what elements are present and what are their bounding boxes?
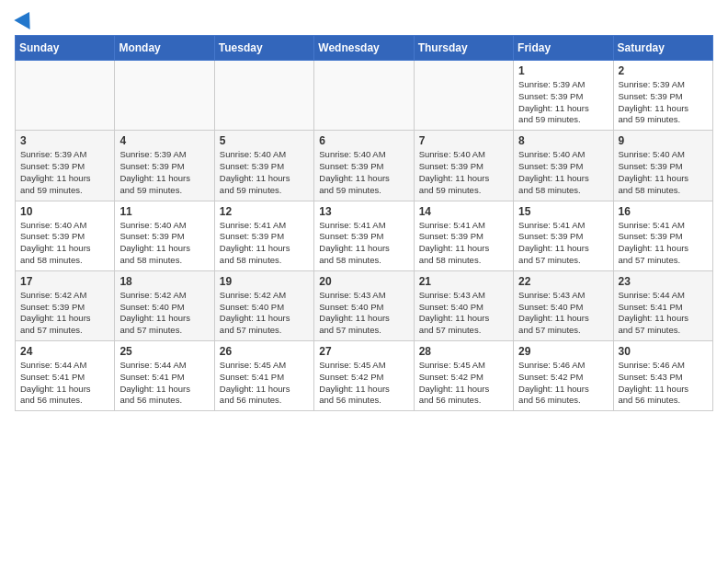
day-number: 21 [419, 275, 508, 288]
day-info: Sunrise: 5:42 AM Sunset: 5:40 PM Dayligh… [220, 290, 309, 337]
day-info: Sunrise: 5:44 AM Sunset: 5:41 PM Dayligh… [619, 290, 708, 337]
weekday-header-friday: Friday [514, 36, 613, 61]
calendar-cell [414, 61, 513, 131]
calendar-cell: 27Sunrise: 5:45 AM Sunset: 5:42 PM Dayli… [314, 341, 414, 411]
calendar-cell: 13Sunrise: 5:41 AM Sunset: 5:39 PM Dayli… [314, 201, 414, 270]
day-info: Sunrise: 5:41 AM Sunset: 5:39 PM Dayligh… [319, 220, 408, 267]
weekday-header-monday: Monday [115, 36, 214, 61]
calendar-cell: 2Sunrise: 5:39 AM Sunset: 5:39 PM Daylig… [613, 61, 712, 131]
day-number: 14 [419, 205, 508, 218]
day-info: Sunrise: 5:46 AM Sunset: 5:43 PM Dayligh… [619, 360, 708, 407]
calendar-week-row: 10Sunrise: 5:40 AM Sunset: 5:39 PM Dayli… [16, 201, 713, 270]
calendar-cell: 20Sunrise: 5:43 AM Sunset: 5:40 PM Dayli… [314, 270, 414, 340]
day-info: Sunrise: 5:41 AM Sunset: 5:39 PM Dayligh… [619, 220, 708, 267]
logo [15, 15, 35, 24]
calendar-cell: 30Sunrise: 5:46 AM Sunset: 5:43 PM Dayli… [613, 341, 712, 411]
calendar-cell: 26Sunrise: 5:45 AM Sunset: 5:41 PM Dayli… [214, 341, 313, 411]
calendar-cell: 9Sunrise: 5:40 AM Sunset: 5:39 PM Daylig… [613, 131, 712, 201]
calendar-cell: 16Sunrise: 5:41 AM Sunset: 5:39 PM Dayli… [613, 201, 712, 270]
day-info: Sunrise: 5:45 AM Sunset: 5:42 PM Dayligh… [319, 360, 408, 407]
calendar-cell [115, 61, 214, 131]
calendar-cell: 15Sunrise: 5:41 AM Sunset: 5:39 PM Dayli… [514, 201, 613, 270]
day-number: 30 [619, 345, 708, 358]
calendar-week-row: 24Sunrise: 5:44 AM Sunset: 5:41 PM Dayli… [16, 341, 713, 411]
day-number: 27 [319, 345, 408, 358]
day-info: Sunrise: 5:42 AM Sunset: 5:40 PM Dayligh… [119, 290, 209, 337]
day-number: 3 [20, 134, 109, 147]
day-number: 17 [20, 275, 109, 288]
calendar-cell: 4Sunrise: 5:39 AM Sunset: 5:39 PM Daylig… [115, 131, 214, 201]
day-info: Sunrise: 5:40 AM Sunset: 5:39 PM Dayligh… [319, 149, 408, 196]
calendar-cell: 1Sunrise: 5:39 AM Sunset: 5:39 PM Daylig… [514, 61, 613, 131]
calendar-cell: 28Sunrise: 5:45 AM Sunset: 5:42 PM Dayli… [414, 341, 513, 411]
calendar-table: SundayMondayTuesdayWednesdayThursdayFrid… [15, 35, 713, 411]
calendar-header-row: SundayMondayTuesdayWednesdayThursdayFrid… [16, 36, 713, 61]
calendar-cell: 5Sunrise: 5:40 AM Sunset: 5:39 PM Daylig… [214, 131, 313, 201]
calendar-cell: 8Sunrise: 5:40 AM Sunset: 5:39 PM Daylig… [514, 131, 613, 201]
day-number: 10 [20, 205, 109, 218]
day-number: 29 [518, 345, 608, 358]
day-info: Sunrise: 5:44 AM Sunset: 5:41 PM Dayligh… [119, 360, 209, 407]
day-info: Sunrise: 5:41 AM Sunset: 5:39 PM Dayligh… [419, 220, 508, 267]
day-number: 25 [119, 345, 209, 358]
calendar-cell: 6Sunrise: 5:40 AM Sunset: 5:39 PM Daylig… [314, 131, 414, 201]
day-info: Sunrise: 5:40 AM Sunset: 5:39 PM Dayligh… [220, 149, 309, 196]
day-info: Sunrise: 5:45 AM Sunset: 5:41 PM Dayligh… [220, 360, 309, 407]
weekday-header-wednesday: Wednesday [314, 36, 414, 61]
day-number: 28 [419, 345, 508, 358]
day-info: Sunrise: 5:41 AM Sunset: 5:39 PM Dayligh… [518, 220, 608, 267]
weekday-header-saturday: Saturday [613, 36, 712, 61]
calendar-cell: 12Sunrise: 5:41 AM Sunset: 5:39 PM Dayli… [214, 201, 313, 270]
calendar-cell: 17Sunrise: 5:42 AM Sunset: 5:39 PM Dayli… [16, 270, 115, 340]
logo-icon [14, 7, 37, 29]
calendar-cell [314, 61, 414, 131]
day-info: Sunrise: 5:45 AM Sunset: 5:42 PM Dayligh… [419, 360, 508, 407]
day-number: 26 [220, 345, 309, 358]
day-number: 1 [518, 64, 608, 77]
day-number: 16 [619, 205, 708, 218]
calendar-cell: 23Sunrise: 5:44 AM Sunset: 5:41 PM Dayli… [613, 270, 712, 340]
day-number: 19 [220, 275, 309, 288]
calendar-cell: 7Sunrise: 5:40 AM Sunset: 5:39 PM Daylig… [414, 131, 513, 201]
calendar-cell: 29Sunrise: 5:46 AM Sunset: 5:42 PM Dayli… [514, 341, 613, 411]
day-info: Sunrise: 5:46 AM Sunset: 5:42 PM Dayligh… [518, 360, 608, 407]
calendar-cell: 14Sunrise: 5:41 AM Sunset: 5:39 PM Dayli… [414, 201, 513, 270]
day-info: Sunrise: 5:43 AM Sunset: 5:40 PM Dayligh… [319, 290, 408, 337]
day-number: 8 [518, 134, 608, 147]
day-info: Sunrise: 5:39 AM Sunset: 5:39 PM Dayligh… [619, 79, 708, 126]
day-info: Sunrise: 5:39 AM Sunset: 5:39 PM Dayligh… [20, 149, 109, 196]
calendar-week-row: 3Sunrise: 5:39 AM Sunset: 5:39 PM Daylig… [16, 131, 713, 201]
day-info: Sunrise: 5:41 AM Sunset: 5:39 PM Dayligh… [220, 220, 309, 267]
day-number: 4 [119, 134, 209, 147]
weekday-header-thursday: Thursday [414, 36, 513, 61]
day-number: 12 [220, 205, 309, 218]
calendar-cell: 18Sunrise: 5:42 AM Sunset: 5:40 PM Dayli… [115, 270, 214, 340]
day-info: Sunrise: 5:39 AM Sunset: 5:39 PM Dayligh… [119, 149, 209, 196]
day-number: 24 [20, 345, 109, 358]
calendar-cell: 21Sunrise: 5:43 AM Sunset: 5:40 PM Dayli… [414, 270, 513, 340]
day-info: Sunrise: 5:39 AM Sunset: 5:39 PM Dayligh… [518, 79, 608, 126]
calendar-cell [214, 61, 313, 131]
weekday-header-sunday: Sunday [16, 36, 115, 61]
calendar-cell: 25Sunrise: 5:44 AM Sunset: 5:41 PM Dayli… [115, 341, 214, 411]
calendar-cell: 3Sunrise: 5:39 AM Sunset: 5:39 PM Daylig… [16, 131, 115, 201]
calendar-cell: 24Sunrise: 5:44 AM Sunset: 5:41 PM Dayli… [16, 341, 115, 411]
day-number: 23 [619, 275, 708, 288]
day-number: 20 [319, 275, 408, 288]
page-header [15, 15, 713, 24]
day-number: 6 [319, 134, 408, 147]
day-info: Sunrise: 5:43 AM Sunset: 5:40 PM Dayligh… [518, 290, 608, 337]
day-info: Sunrise: 5:42 AM Sunset: 5:39 PM Dayligh… [20, 290, 109, 337]
day-number: 13 [319, 205, 408, 218]
day-number: 7 [419, 134, 508, 147]
day-number: 9 [619, 134, 708, 147]
day-number: 11 [119, 205, 209, 218]
calendar-cell: 22Sunrise: 5:43 AM Sunset: 5:40 PM Dayli… [514, 270, 613, 340]
calendar-week-row: 17Sunrise: 5:42 AM Sunset: 5:39 PM Dayli… [16, 270, 713, 340]
calendar-cell: 11Sunrise: 5:40 AM Sunset: 5:39 PM Dayli… [115, 201, 214, 270]
day-info: Sunrise: 5:40 AM Sunset: 5:39 PM Dayligh… [20, 220, 109, 267]
day-number: 2 [619, 64, 708, 77]
day-info: Sunrise: 5:43 AM Sunset: 5:40 PM Dayligh… [419, 290, 508, 337]
day-info: Sunrise: 5:40 AM Sunset: 5:39 PM Dayligh… [419, 149, 508, 196]
day-number: 15 [518, 205, 608, 218]
